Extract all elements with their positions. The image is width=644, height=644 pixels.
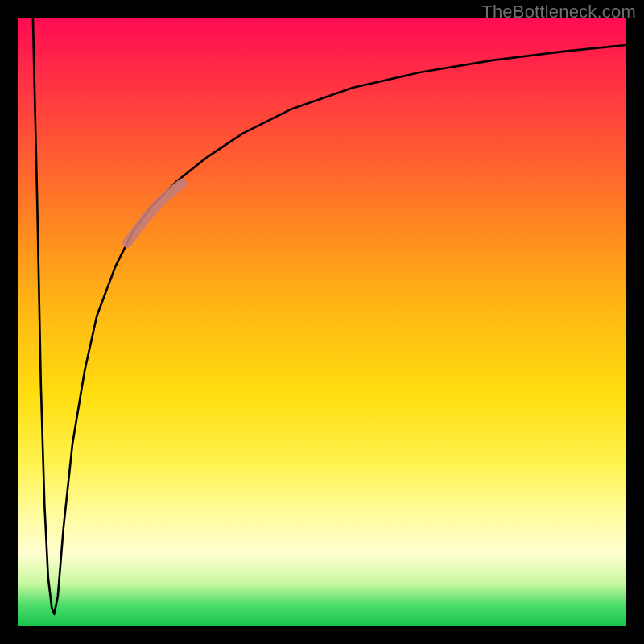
watermark-text: TheBottleneck.com xyxy=(481,2,636,23)
curve-path xyxy=(33,18,626,614)
curve-layer xyxy=(18,18,626,626)
highlight-path xyxy=(127,184,182,243)
chart-container: TheBottleneck.com xyxy=(0,0,644,644)
